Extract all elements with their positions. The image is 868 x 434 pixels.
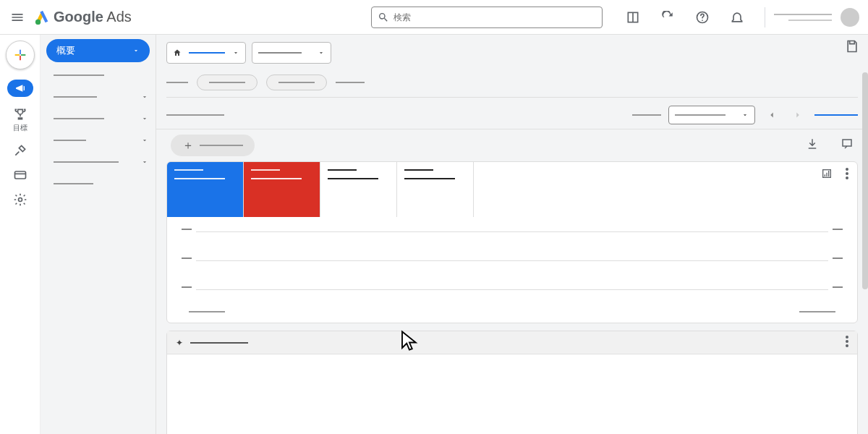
- svg-point-0: [35, 19, 41, 24]
- chevron-down-icon: [141, 115, 148, 122]
- scope-filters: [156, 35, 868, 71]
- x-label-end: [799, 311, 835, 312]
- svg-rect-5: [14, 171, 25, 179]
- google-ads-logo-icon: [35, 9, 51, 25]
- rail-goals[interactable]: 目標: [13, 107, 27, 133]
- recommendations-title: [190, 342, 248, 344]
- scorecard-3[interactable]: [320, 162, 397, 217]
- chevron-down-icon: [141, 137, 148, 144]
- sidebar-item-2[interactable]: [54, 88, 148, 106]
- scope-dropdown-2[interactable]: [252, 42, 331, 64]
- chevron-down-icon: [141, 93, 148, 101]
- search-wrap: [371, 7, 603, 28]
- date-range-dropdown[interactable]: [668, 106, 755, 124]
- add-row: ＋: [156, 129, 868, 161]
- sidebar-item-1[interactable]: [54, 67, 148, 84]
- scorecard-card: [166, 161, 858, 323]
- gear-icon: [13, 192, 27, 207]
- svg-point-7: [18, 198, 22, 202]
- chip-label: [166, 82, 188, 83]
- account-block[interactable]: [774, 8, 859, 27]
- search-icon: [378, 12, 389, 23]
- separator: [765, 7, 765, 27]
- avatar[interactable]: [841, 8, 859, 27]
- search-field[interactable]: [393, 12, 596, 22]
- trophy-icon: [13, 107, 27, 122]
- sparkle-icon: ✦: [176, 338, 183, 348]
- product-logo[interactable]: Google Ads: [35, 9, 132, 25]
- date-label: [632, 114, 661, 116]
- help-icon[interactable]: [695, 10, 710, 25]
- expand-chart-icon[interactable]: [821, 168, 833, 182]
- card-menu-icon[interactable]: [846, 168, 848, 182]
- divider: [166, 97, 858, 98]
- svg-rect-8: [843, 140, 851, 146]
- scrollbar[interactable]: [862, 72, 868, 289]
- rail-goals-label: 目標: [13, 123, 27, 133]
- search-input[interactable]: [371, 7, 603, 28]
- svg-point-12: [846, 176, 848, 179]
- menu-icon[interactable]: [9, 9, 26, 26]
- rail-admin[interactable]: [13, 192, 27, 207]
- product-name: Google Ads: [54, 9, 132, 25]
- scope-dropdown-1[interactable]: [166, 42, 246, 64]
- notifications-icon[interactable]: [730, 10, 744, 25]
- svg-point-4: [702, 20, 703, 21]
- x-label-start: [189, 311, 225, 312]
- compare-link[interactable]: [814, 114, 858, 116]
- nav-rail: 目標: [0, 35, 41, 434]
- card-menu-icon[interactable]: [846, 336, 848, 350]
- feedback-icon[interactable]: [841, 137, 854, 153]
- refresh-icon[interactable]: [660, 10, 675, 25]
- filter-chip-2[interactable]: [266, 75, 327, 90]
- sidebar-overview-label: 概要: [56, 44, 75, 57]
- rail-tools[interactable]: [13, 143, 27, 158]
- rail-billing[interactable]: [13, 168, 27, 182]
- recommendations-card: ✦: [166, 331, 858, 434]
- svg-point-11: [846, 172, 848, 175]
- account-id: [788, 20, 832, 21]
- date-next[interactable]: [788, 106, 807, 124]
- tools-icon: [13, 143, 27, 158]
- save-icon[interactable]: [845, 39, 859, 56]
- breadcrumb: [166, 114, 224, 116]
- appearance-icon[interactable]: [626, 10, 640, 25]
- scorecards: [167, 162, 857, 217]
- chart-area: [167, 217, 857, 323]
- plus-icon: ＋: [182, 138, 194, 153]
- main-pane: ＋: [156, 35, 868, 434]
- header-actions: [626, 7, 765, 27]
- svg-point-14: [846, 340, 848, 343]
- caret-down-icon: [232, 49, 239, 56]
- sidebar-item-4[interactable]: [54, 132, 148, 149]
- date-row: [156, 101, 868, 129]
- sidebar-item-5[interactable]: [54, 153, 148, 171]
- chevron-down-icon: [141, 158, 148, 166]
- secondary-sidebar: 概要: [41, 35, 156, 434]
- svg-point-13: [846, 336, 848, 339]
- scorecard-4[interactable]: [397, 162, 474, 217]
- account-name: [774, 14, 832, 15]
- svg-point-10: [846, 168, 848, 171]
- scorecard-2[interactable]: [244, 162, 320, 217]
- chip-trailing: [336, 82, 365, 83]
- scorecard-1[interactable]: [167, 162, 244, 217]
- card-icon: [13, 168, 27, 182]
- caret-down-icon: [318, 49, 325, 56]
- create-button[interactable]: [6, 41, 35, 69]
- add-metric-button[interactable]: ＋: [171, 135, 255, 156]
- sidebar-item-3[interactable]: [54, 110, 148, 127]
- caret-down-icon: [741, 111, 749, 119]
- date-prev[interactable]: [762, 106, 781, 124]
- sidebar-overview[interactable]: 概要: [46, 39, 150, 62]
- filter-chips: [156, 71, 868, 94]
- filter-chip-1[interactable]: [197, 75, 258, 90]
- home-icon: [173, 48, 182, 57]
- svg-point-15: [846, 344, 848, 347]
- chevron-down-icon: [132, 47, 140, 54]
- sidebar-item-6[interactable]: [54, 175, 148, 192]
- download-icon[interactable]: [806, 137, 819, 153]
- rail-campaigns[interactable]: [7, 80, 33, 97]
- header-bar: Google Ads: [0, 0, 868, 35]
